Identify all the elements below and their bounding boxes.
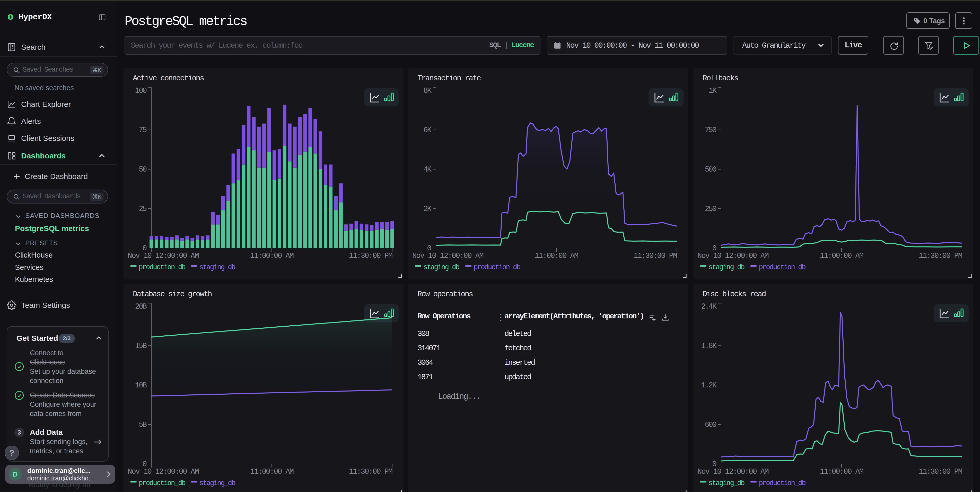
svg-text:1K: 1K	[708, 86, 717, 95]
svg-text:100: 100	[135, 86, 147, 95]
svg-text:11:00:00 AM: 11:00:00 AM	[535, 252, 578, 260]
svg-text:staging_db: staging_db	[199, 264, 235, 271]
svg-text:250: 250	[705, 205, 716, 213]
svg-text:11:00:00 AM: 11:00:00 AM	[250, 468, 294, 476]
svg-text:Nov 10 12:00:00 AM: Nov 10 12:00:00 AM	[128, 468, 199, 476]
svg-text:500: 500	[705, 165, 716, 174]
svg-text:Nov 10 12:00:00 AM: Nov 10 12:00:00 AM	[412, 252, 483, 260]
svg-text:production_db: production_db	[474, 264, 520, 271]
svg-text:1.8K: 1.8K	[701, 342, 717, 350]
svg-text:staging_db: staging_db	[423, 264, 460, 271]
svg-text:Nov 10 12:00:00 AM: Nov 10 12:00:00 AM	[128, 252, 199, 260]
svg-text:production_db: production_db	[139, 479, 186, 487]
svg-text:11:30:00 PM: 11:30:00 PM	[349, 252, 393, 260]
svg-text:8K: 8K	[423, 86, 431, 95]
svg-text:20B: 20B	[135, 302, 147, 311]
svg-text:production_db: production_db	[759, 479, 805, 487]
svg-text:staging_db: staging_db	[708, 264, 745, 271]
svg-text:production_db: production_db	[139, 264, 186, 271]
svg-text:production_db: production_db	[759, 264, 805, 271]
svg-text:6K: 6K	[423, 126, 431, 134]
svg-text:15B: 15B	[135, 342, 147, 350]
svg-text:11:30:00 PM: 11:30:00 PM	[633, 252, 677, 260]
svg-text:11:00:00 AM: 11:00:00 AM	[820, 468, 864, 476]
svg-text:2K: 2K	[423, 205, 431, 213]
svg-text:4K: 4K	[423, 165, 431, 174]
svg-text:75: 75	[139, 126, 146, 134]
svg-text:11:30:00 PM: 11:30:00 PM	[918, 252, 962, 260]
svg-text:11:00:00 AM: 11:00:00 AM	[820, 252, 864, 260]
svg-text:11:30:00 PM: 11:30:00 PM	[349, 468, 393, 476]
svg-text:1.2K: 1.2K	[701, 381, 717, 390]
svg-text:10B: 10B	[135, 381, 147, 390]
svg-text:staging_db: staging_db	[708, 479, 745, 487]
svg-text:11:00:00 AM: 11:00:00 AM	[250, 252, 294, 260]
svg-text:750: 750	[705, 126, 716, 134]
svg-text:staging_db: staging_db	[199, 479, 235, 487]
svg-text:Nov 10 12:00:00 AM: Nov 10 12:00:00 AM	[697, 252, 768, 260]
svg-text:Nov 10 12:00:00 AM: Nov 10 12:00:00 AM	[697, 468, 768, 476]
svg-text:25: 25	[139, 205, 146, 213]
svg-text:50: 50	[139, 165, 146, 174]
svg-text:600: 600	[705, 421, 716, 429]
svg-text:2.4K: 2.4K	[701, 302, 717, 311]
svg-text:11:30:00 PM: 11:30:00 PM	[918, 468, 962, 476]
svg-text:5B: 5B	[139, 421, 147, 429]
